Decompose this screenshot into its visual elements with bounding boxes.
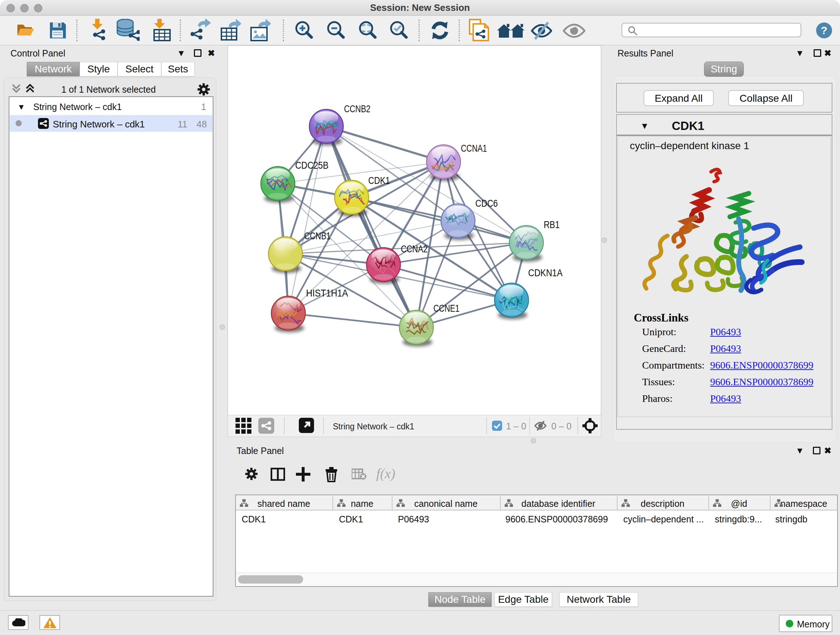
svg-text:CDC6: CDC6 bbox=[475, 198, 498, 209]
svg-text:CCNB1: CCNB1 bbox=[304, 231, 331, 241]
svg-text:CCNE1: CCNE1 bbox=[433, 303, 459, 314]
svg-text:HIST1H1A: HIST1H1A bbox=[306, 288, 348, 299]
svg-text:RB1: RB1 bbox=[544, 219, 560, 230]
svg-text:CDC25B: CDC25B bbox=[295, 160, 328, 171]
svg-text:CCNB2: CCNB2 bbox=[344, 103, 370, 114]
svg-text:CCNA1: CCNA1 bbox=[461, 143, 487, 154]
svg-text:CDK1: CDK1 bbox=[368, 175, 390, 186]
svg-text:CDKN1A: CDKN1A bbox=[528, 268, 562, 279]
svg-text:CCNA2: CCNA2 bbox=[401, 244, 428, 255]
